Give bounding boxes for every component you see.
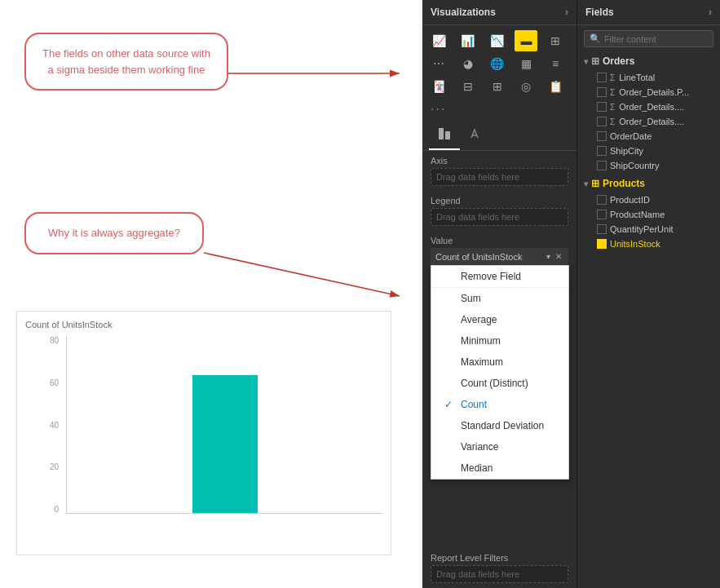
dropdown-menu: Remove Field Sum Average Minimum Maximum (431, 265, 569, 480)
report-filters-label: Report Level Filters (431, 553, 568, 563)
bar-units-in-stock (192, 375, 258, 513)
field-group-orders-header[interactable]: ▾ ⊞ Orders (577, 52, 720, 70)
field-label-order-details-1: Order_Details.... (619, 102, 713, 112)
count-check: ✓ (444, 399, 454, 410)
viz-tab-fields[interactable] (429, 123, 460, 150)
viz-icon-line[interactable]: 📈 (427, 30, 450, 51)
axis-label: Axis (431, 156, 568, 166)
visualizations-panel: Visualizations › 📈 📊 📉 ▬ ⊞ ⋯ ◕ 🌐 ▦ ≡ 🃏 ⊟… (422, 0, 577, 588)
fields-panel-header: Fields › (577, 0, 720, 25)
product-id-icon (597, 195, 607, 205)
callout-1: The fields on other data source with a s… (24, 33, 228, 91)
viz-panel-title: Visualizations (431, 7, 496, 18)
field-label-product-id: ProductID (610, 195, 713, 205)
field-item-product-id[interactable]: ProductID (577, 192, 720, 207)
field-item-order-details-p[interactable]: Σ Order_Details.P... (577, 85, 720, 99)
orders-expand-icon: ▾ (584, 57, 588, 66)
dropdown-item-sum[interactable]: Sum (431, 288, 568, 309)
viz-icon-treemap[interactable]: ▦ (515, 53, 537, 74)
dropdown-item-median[interactable]: Median (431, 458, 568, 479)
callout-2-text: Why it is always aggregate? (48, 227, 180, 239)
dropdown-label-variance: Variance (461, 441, 498, 453)
field-item-ship-country[interactable]: ShipCountry (577, 158, 720, 173)
viz-icon-combo[interactable]: ⊞ (544, 30, 567, 51)
viz-icon-bar[interactable]: 📊 (457, 30, 479, 51)
viz-report-filters-section: Report Level Filters Drag data fields he… (422, 548, 576, 588)
dropdown-item-count-distinct[interactable]: Count (Distinct) (431, 373, 568, 394)
report-filters-drop-zone[interactable]: Drag data fields here (431, 565, 568, 583)
field-item-ship-city[interactable]: ShipCity (577, 144, 720, 158)
viz-tabs (422, 120, 576, 151)
value-field-name: Count of UnitsInStock (435, 252, 541, 262)
value-field-icons: ▾ ✕ (545, 251, 563, 262)
field-item-order-date[interactable]: OrderDate (577, 129, 720, 144)
axis-drop-zone[interactable]: Drag data fields here (431, 168, 568, 186)
dropdown-item-std-dev[interactable]: Standard Deviation (431, 415, 568, 436)
legend-label: Legend (431, 196, 568, 206)
dropdown-item-maximum[interactable]: Maximum (431, 351, 568, 373)
products-expand-icon: ▾ (584, 179, 588, 188)
dropdown-label-maximum: Maximum (461, 356, 503, 368)
viz-icon-scatter[interactable]: ⋯ (427, 53, 450, 74)
viz-more-dots[interactable]: ··· (422, 99, 576, 120)
field-label-ship-city: ShipCity (610, 146, 713, 156)
viz-icon-area[interactable]: 📉 (486, 30, 509, 51)
field-label-order-details-p: Order_Details.P... (619, 87, 713, 97)
y-tick-20: 20 (50, 462, 59, 471)
viz-icon-map[interactable]: 🌐 (486, 53, 509, 74)
ship-country-icon (597, 161, 607, 170)
field-item-order-details-2[interactable]: Σ Order_Details.... (577, 114, 720, 129)
viz-icon-column[interactable]: ▬ (515, 30, 537, 51)
value-field-down-icon[interactable]: ▾ (545, 251, 552, 262)
dropdown-item-remove-field[interactable]: Remove Field (431, 266, 568, 288)
dropdown-item-count[interactable]: ✓ Count (431, 394, 568, 415)
viz-icon-matrix[interactable]: ⊞ (486, 76, 509, 97)
viz-tab-format[interactable] (460, 123, 491, 150)
viz-icon-funnel[interactable]: ≡ (544, 53, 567, 74)
field-item-order-details-1[interactable]: Σ Order_Details.... (577, 99, 720, 114)
field-item-qty-per-unit[interactable]: QuantityPerUnit (577, 222, 720, 237)
value-field[interactable]: Count of UnitsInStock ▾ ✕ Remove Field S… (431, 248, 568, 265)
y-tick-60: 60 (50, 378, 59, 387)
fields-panel: Fields › 🔍 ▾ ⊞ Orders Σ LineTotal Σ Orde… (577, 0, 720, 588)
dropdown-label-minimum: Minimum (461, 335, 501, 347)
dropdown-label-sum: Sum (461, 293, 481, 304)
field-group-products-header[interactable]: ▾ ⊞ Products (577, 175, 720, 192)
fields-search-box[interactable]: 🔍 (584, 30, 713, 47)
viz-panel-header: Visualizations › (422, 0, 576, 25)
y-tick-40: 40 (50, 421, 59, 430)
line-total-icon (597, 73, 607, 82)
orders-group-label: Orders (603, 55, 634, 67)
fields-search-input[interactable] (604, 34, 708, 44)
field-group-orders: ▾ ⊞ Orders Σ LineTotal Σ Order_Details.P… (577, 52, 720, 173)
fields-panel-title: Fields (585, 7, 614, 18)
field-item-product-name[interactable]: ProductName (577, 207, 720, 222)
field-label-line-total: LineTotal (619, 73, 713, 82)
qty-per-unit-icon (597, 224, 607, 234)
dropdown-item-minimum[interactable]: Minimum (431, 330, 568, 351)
viz-icon-pie[interactable]: ◕ (457, 53, 479, 74)
viz-icon-gauge[interactable]: ◎ (515, 76, 537, 97)
products-group-label: Products (603, 178, 645, 189)
products-table-icon: ⊞ (591, 178, 599, 189)
field-item-units-in-stock[interactable]: UnitsInStock (577, 237, 720, 251)
dropdown-item-variance[interactable]: Variance (431, 436, 568, 458)
chart-container: Count of UnitsInStock 0 20 40 60 80 (16, 311, 391, 555)
order-details-p-sigma: Σ (610, 88, 615, 97)
viz-icon-table[interactable]: ⊟ (457, 76, 479, 97)
legend-drop-zone[interactable]: Drag data fields here (431, 208, 568, 226)
value-field-close-icon[interactable]: ✕ (554, 251, 563, 262)
viz-icon-card[interactable]: 🃏 (427, 76, 450, 97)
dropdown-label-median: Median (461, 462, 493, 474)
dropdown-label-count-distinct: Count (Distinct) (461, 378, 528, 389)
product-name-icon (597, 210, 607, 219)
dropdown-item-average[interactable]: Average (431, 309, 568, 330)
field-item-line-total[interactable]: Σ LineTotal (577, 70, 720, 85)
field-group-products: ▾ ⊞ Products ProductID ProductName Quant… (577, 175, 720, 251)
svg-rect-3 (439, 128, 444, 139)
viz-value-section: Value Count of UnitsInStock ▾ ✕ Remove F… (422, 231, 576, 268)
order-details-1-sigma: Σ (610, 103, 615, 112)
svg-line-1 (204, 253, 400, 296)
viz-icon-kpi[interactable]: 📋 (544, 76, 567, 97)
dropdown-label-remove: Remove Field (461, 271, 521, 282)
